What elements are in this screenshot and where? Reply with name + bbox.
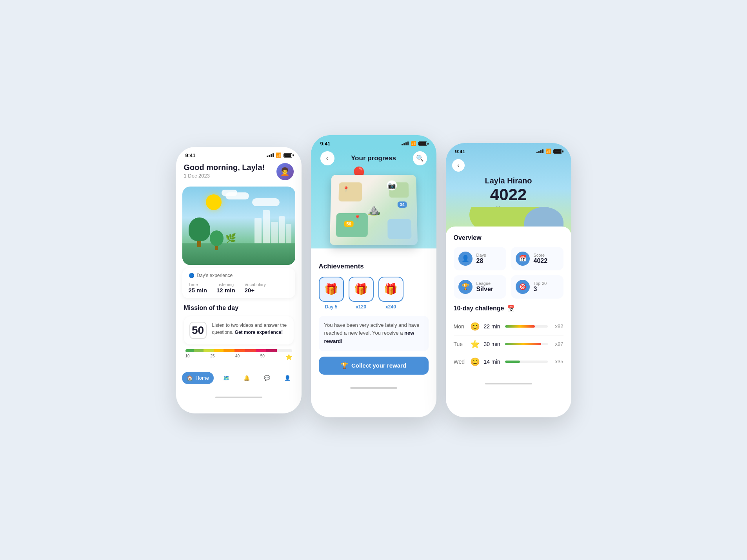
- signal-icon-3: [536, 149, 543, 153]
- status-bar-3: 9:41 📶: [446, 143, 571, 156]
- overview-score: 📅 Score 4022: [511, 247, 563, 270]
- pin-icon: 📍: [342, 186, 349, 192]
- buildings: [254, 210, 291, 245]
- collect-btn-label: Collect your reward: [351, 362, 406, 369]
- overview-league: 🏆 League Silver: [454, 275, 506, 299]
- challenge-section: 10-day challenge 📅 Mon 😊 22 min x82 Tue …: [454, 305, 563, 370]
- overview-days: 👤 Days 28: [454, 247, 506, 270]
- greeting-block: Good morning, Layla! 1 Dec 2023: [184, 163, 265, 179]
- pin-icon-2: 📍: [354, 214, 360, 221]
- nav-map[interactable]: 🗺️: [218, 372, 234, 384]
- home-indicator-1: [215, 397, 262, 398]
- challenge-emoji-mon: 😊: [470, 322, 480, 331]
- signal-icon: [267, 153, 274, 157]
- map-region-1: [338, 182, 362, 201]
- battery-icon-2: [418, 141, 427, 146]
- achievement-day5[interactable]: 🎁 Day 5: [319, 277, 344, 310]
- achievement-label-day5: Day 5: [325, 304, 337, 310]
- nav-home[interactable]: 🏠 Home: [182, 372, 214, 384]
- profile-header: 9:41 📶 ‹ Layla Hirano 4022 Your score: [446, 143, 571, 234]
- chat-icon: 💬: [264, 375, 270, 381]
- status-icons-1: 📶: [267, 152, 292, 158]
- mission-section: Mission of the day 50 Listen to two vide…: [176, 298, 302, 365]
- score-info: Score 4022: [534, 253, 548, 265]
- avatar[interactable]: 🧑‍🦱: [276, 163, 294, 180]
- phone1-header: Good morning, Layla! 1 Dec 2023 🧑‍🦱: [176, 160, 302, 187]
- home-indicator-3: [485, 383, 532, 384]
- challenge-day-wed: Wed: [454, 359, 466, 365]
- challenge-row-tue: Tue ⭐ 30 min x97: [454, 335, 563, 353]
- mountain-icon: ⛰️: [367, 203, 380, 216]
- back-btn-2[interactable]: ‹: [320, 151, 334, 165]
- achievement-x240[interactable]: 🎁 x240: [378, 277, 403, 310]
- days-value: 28: [476, 257, 486, 265]
- days-icon: 👤: [458, 252, 473, 266]
- challenge-bar-tue: [505, 343, 548, 345]
- map-bg: ⛰️ 📷 34 56 📍 📍: [329, 175, 417, 245]
- progress-nav: ‹ Your progress 🔍: [319, 151, 429, 170]
- time-1: 9:41: [185, 152, 196, 158]
- progress-header: ‹ Your progress 🔍 🎈 ⛰️ 📷 34 56 📍: [311, 148, 436, 248]
- top20-info: Top-20 3: [534, 281, 547, 293]
- challenge-time-mon: 22 min: [484, 323, 501, 330]
- scene-card: 🌿: [182, 187, 295, 265]
- status-icons-3: 📶: [536, 149, 562, 154]
- collect-reward-button[interactable]: 🏆 Collect your reward: [319, 357, 429, 375]
- exp-icon: 🔵: [189, 273, 194, 278]
- tree-small: [210, 230, 224, 250]
- progress-title: Your progress: [351, 154, 396, 162]
- score-label-2: Score: [534, 253, 548, 257]
- challenge-row-mon: Mon 😊 22 min x82: [454, 318, 563, 335]
- phones-container: 9:41 📶 Good morning, Layla! 1 Dec 2023 🧑…: [176, 143, 571, 417]
- nav-chat[interactable]: 💬: [259, 372, 275, 384]
- achievement-icon-x240: 🎁: [378, 277, 403, 302]
- overview-grid: 👤 Days 28 📅 Score 4022 🏆 L: [454, 247, 563, 299]
- achievements-list: 🎁 Day 5 🎁 x120 🎁 x240: [319, 277, 429, 310]
- challenge-bar-wed: [505, 361, 548, 363]
- map-region-4: [387, 219, 411, 239]
- achievement-label-x240: x240: [385, 304, 396, 310]
- challenge-emoji-wed: 😊: [470, 357, 480, 366]
- back-btn-3[interactable]: ‹: [452, 159, 465, 172]
- battery-icon-3: [553, 149, 562, 154]
- status-icons-2: 📶: [402, 141, 427, 146]
- wifi-icon-3: 📶: [545, 149, 551, 154]
- phone-3: 9:41 📶 ‹ Layla Hirano 4022 Your score: [446, 143, 571, 417]
- top20-label: Top-20: [534, 281, 547, 286]
- profile-name: Layla Hirano: [446, 175, 571, 185]
- challenge-row-wed: Wed 😊 14 min x35: [454, 353, 563, 370]
- stat-vocabulary: Vocabulary 20+: [245, 282, 266, 294]
- score-icon: 📅: [516, 252, 530, 266]
- camera-icon: 📷: [387, 180, 397, 190]
- nav-profile[interactable]: 👤: [280, 372, 295, 384]
- milestone-40: 40: [235, 354, 240, 360]
- phone-2: 9:41 📶 ‹ Your progress 🔍 🎈: [311, 135, 436, 417]
- mission-title: Mission of the day: [184, 304, 294, 312]
- achievement-x120[interactable]: 🎁 x120: [349, 277, 374, 310]
- days-info: Days 28: [476, 253, 486, 265]
- greeting-text: Good morning, Layla!: [184, 163, 265, 172]
- achievement-icon-day5: 🎁: [319, 277, 344, 302]
- trophy-icon: 🏆: [341, 362, 348, 369]
- map-icon: 🗺️: [223, 375, 229, 381]
- search-btn[interactable]: 🔍: [413, 151, 427, 165]
- nav-notify[interactable]: 🔔: [239, 372, 254, 384]
- wifi-icon-2: 📶: [411, 141, 416, 146]
- stat-listening: Listening 12 min: [216, 282, 235, 294]
- home-icon: 🏠: [187, 375, 193, 381]
- plant-icon: 🌿: [225, 233, 236, 243]
- phone-1: 9:41 📶 Good morning, Layla! 1 Dec 2023 🧑…: [176, 147, 302, 413]
- home-indicator-2: [350, 387, 397, 389]
- status-bar-1: 9:41 📶: [176, 147, 302, 160]
- days-label: Days: [476, 253, 486, 257]
- date-text: 1 Dec 2023: [184, 173, 265, 179]
- league-icon: 🏆: [458, 280, 473, 294]
- mission-cta: Get more experience!: [235, 330, 283, 335]
- top20-value: 3: [534, 286, 547, 293]
- challenge-day-tue: Tue: [454, 341, 466, 347]
- signal-icon-2: [402, 141, 409, 145]
- challenge-header: 10-day challenge 📅: [454, 305, 563, 312]
- level-badge-56: 56: [344, 221, 354, 227]
- challenge-title: 10-day challenge: [454, 305, 504, 312]
- sun-icon: [206, 194, 222, 210]
